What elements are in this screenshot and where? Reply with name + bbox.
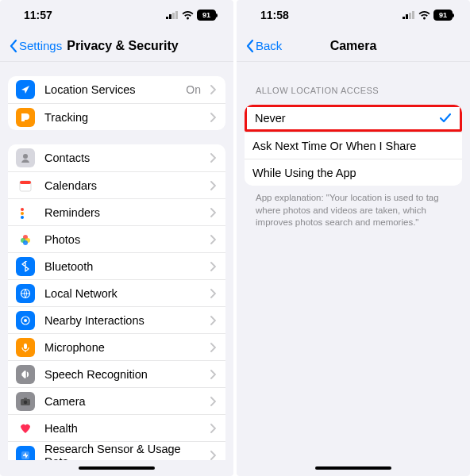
battery-icon: 91 — [197, 10, 216, 21]
microphone-icon — [16, 338, 35, 357]
calendar-icon — [16, 176, 35, 195]
settings-row[interactable]: Contacts — [8, 144, 225, 171]
reminders-icon — [16, 203, 35, 222]
contacts-icon — [16, 148, 35, 167]
content-right: ALLOW LOCATION ACCESS NeverAsk Next Time… — [237, 62, 470, 460]
cellular-icon — [403, 11, 415, 19]
svg-point-3 — [21, 208, 24, 211]
home-indicator — [237, 460, 470, 476]
back-button[interactable]: Back — [246, 39, 282, 52]
row-label: Research Sensor & Usage Data — [44, 443, 201, 461]
row-label: Bluetooth — [44, 260, 201, 273]
status-icons: 91 — [166, 10, 216, 21]
settings-row[interactable]: Speech Recognition — [8, 360, 225, 387]
local-network-icon — [16, 284, 35, 303]
location-arrow-icon — [16, 80, 35, 99]
chevron-right-icon — [210, 451, 216, 460]
chevron-right-icon — [210, 397, 216, 406]
settings-row[interactable]: Location Services On — [8, 76, 225, 103]
settings-row[interactable]: Tracking — [8, 103, 225, 130]
chevron-left-icon — [246, 40, 254, 52]
option-label: Ask Next Time Or When I Share — [252, 140, 453, 152]
back-button[interactable]: Settings — [10, 39, 62, 52]
row-value: On — [186, 83, 201, 96]
option-row[interactable]: Ask Next Time Or When I Share — [245, 132, 462, 159]
wifi-icon — [182, 11, 194, 20]
settings-row[interactable]: Camera — [8, 387, 225, 414]
chevron-right-icon — [210, 370, 216, 379]
settings-row[interactable]: Bluetooth — [8, 252, 225, 279]
research-icon — [16, 446, 35, 461]
settings-group-2: Contacts Calendars Reminders Photos Blue… — [8, 144, 225, 460]
row-label: Camera — [44, 395, 201, 408]
settings-row[interactable]: Health — [8, 414, 225, 441]
row-label: Speech Recognition — [44, 368, 201, 381]
status-time: 11:57 — [24, 9, 52, 21]
status-icons: 91 — [403, 10, 453, 21]
back-label: Back — [256, 39, 282, 52]
option-label: While Using the App — [252, 167, 453, 179]
option-row[interactable]: While Using the App — [245, 159, 462, 186]
footer-text: App explanation: "Your location is used … — [256, 192, 451, 229]
bluetooth-icon — [16, 257, 35, 276]
row-label: Location Services — [44, 83, 176, 96]
row-label: Health — [44, 422, 201, 435]
chevron-right-icon — [210, 113, 216, 122]
chevron-right-icon — [210, 208, 216, 217]
wifi-icon — [418, 11, 430, 20]
status-bar: 11:58 91 — [237, 0, 470, 30]
svg-point-0 — [23, 154, 28, 159]
photos-icon — [16, 230, 35, 249]
svg-point-11 — [24, 319, 27, 322]
chevron-right-icon — [210, 289, 216, 298]
chevron-right-icon — [210, 343, 216, 352]
settings-row[interactable]: Photos — [8, 225, 225, 252]
chevron-left-icon — [10, 40, 17, 52]
nav-bar: Back Camera — [237, 30, 470, 62]
chevron-right-icon — [210, 262, 216, 271]
chevron-right-icon — [210, 85, 216, 94]
phone-left: 11:57 91 Settings Privacy & Security Loc… — [0, 0, 233, 476]
status-bar: 11:57 91 — [0, 0, 233, 30]
chevron-right-icon — [210, 153, 216, 163]
section-header: ALLOW LOCATION ACCESS — [256, 86, 459, 95]
svg-point-9 — [23, 240, 28, 245]
health-icon — [16, 419, 35, 438]
content-left: Location Services On Tracking Contacts C… — [0, 62, 233, 460]
svg-point-4 — [21, 212, 24, 215]
battery-icon: 91 — [433, 10, 453, 21]
camera-icon — [16, 392, 35, 411]
nav-bar: Settings Privacy & Security — [0, 30, 233, 62]
speech-icon — [16, 365, 35, 384]
row-label: Photos — [44, 233, 201, 246]
back-label: Settings — [19, 39, 62, 52]
settings-row[interactable]: Microphone — [8, 333, 225, 360]
settings-row[interactable]: Calendars — [8, 171, 225, 198]
nearby-icon — [16, 311, 35, 330]
row-label: Reminders — [44, 206, 201, 219]
row-label: Tracking — [44, 111, 201, 124]
option-label: Never — [255, 112, 430, 125]
cellular-icon — [166, 11, 179, 19]
options-group: NeverAsk Next Time Or When I ShareWhile … — [245, 105, 462, 186]
settings-row[interactable]: Nearby Interactions — [8, 306, 225, 333]
row-label: Calendars — [44, 179, 201, 192]
settings-row[interactable]: Reminders — [8, 198, 225, 225]
svg-rect-13 — [24, 344, 27, 349]
chevron-right-icon — [210, 316, 216, 325]
settings-row[interactable]: Local Network — [8, 279, 225, 306]
row-label: Microphone — [44, 341, 201, 354]
svg-point-5 — [21, 216, 24, 219]
svg-point-15 — [24, 400, 27, 403]
settings-row[interactable]: Research Sensor & Usage Data — [8, 441, 225, 460]
page-title: Privacy & Security — [67, 39, 179, 53]
chevron-right-icon — [210, 181, 216, 190]
status-time: 11:58 — [260, 9, 289, 21]
option-row[interactable]: Never — [245, 105, 462, 132]
row-label: Contacts — [44, 152, 201, 164]
chevron-right-icon — [210, 424, 216, 433]
svg-rect-16 — [24, 397, 27, 399]
tracking-icon — [16, 108, 35, 127]
settings-group-1: Location Services On Tracking — [8, 76, 225, 130]
home-indicator — [0, 460, 233, 476]
